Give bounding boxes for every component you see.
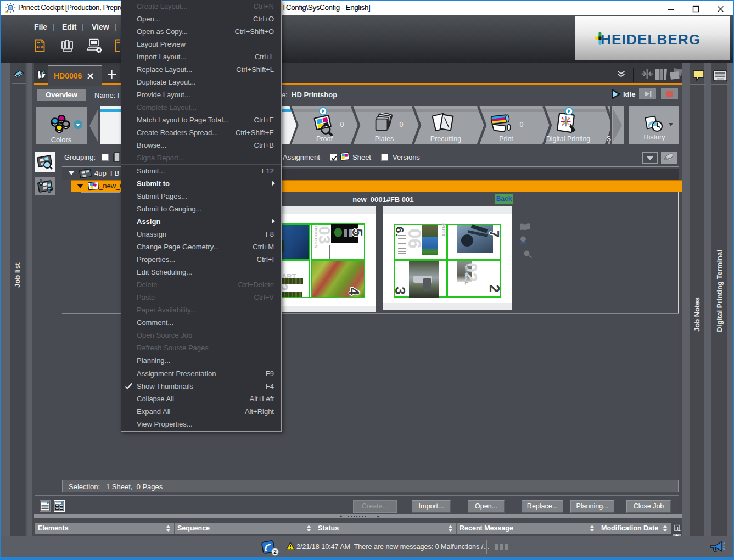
svg-text:ABC: ABC — [36, 45, 44, 49]
svg-text:2: 2 — [273, 549, 277, 555]
